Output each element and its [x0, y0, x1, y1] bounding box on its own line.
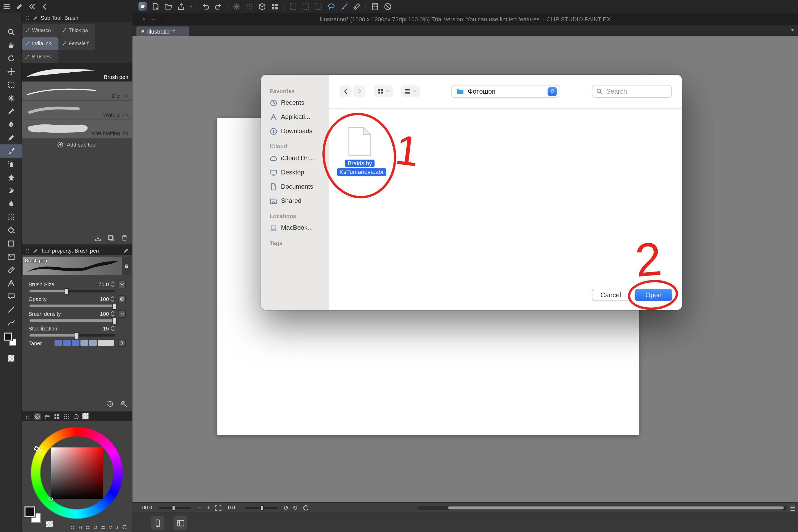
- new-file-button[interactable]: [149, 1, 162, 12]
- tool-eyedropper-button[interactable]: [0, 105, 22, 118]
- document-tab[interactable]: Illustration*: [137, 26, 189, 36]
- grid-settings-icon[interactable]: [268, 1, 281, 12]
- open-file-button[interactable]: [162, 1, 175, 12]
- folder-dropdown[interactable]: Фотошоп: [451, 85, 559, 98]
- collapse-double-chevron-icon[interactable]: [25, 1, 38, 12]
- color-checker-tab-icon[interactable]: [83, 413, 89, 419]
- sv-marker[interactable]: [49, 497, 53, 501]
- taper-segment[interactable]: [80, 340, 88, 346]
- tool-eraser-button[interactable]: [0, 184, 22, 197]
- icon-view-button[interactable]: [374, 86, 393, 97]
- delete-subtool-icon[interactable]: [121, 234, 128, 242]
- brush-size-options-button[interactable]: [118, 281, 126, 288]
- reset-view-icon[interactable]: [302, 505, 309, 512]
- channel-icon[interactable]: [101, 525, 105, 529]
- taper-segment[interactable]: [89, 340, 97, 346]
- search-input[interactable]: [605, 87, 668, 95]
- zoom-out-button[interactable]: −: [195, 504, 204, 512]
- tool-line-button[interactable]: [0, 303, 22, 316]
- rotate-ccw-button[interactable]: ↺: [282, 504, 290, 512]
- channel-icon[interactable]: [71, 525, 75, 529]
- sidebar-item-applications[interactable]: Applicati...: [261, 110, 329, 124]
- tool-frame-border-button[interactable]: [0, 250, 22, 263]
- back-button[interactable]: [340, 86, 351, 97]
- sidebar-item-desktop[interactable]: Desktop: [261, 165, 329, 179]
- screen-tone-icon[interactable]: [243, 1, 255, 12]
- add-subtool-button[interactable]: Add sub tool: [22, 138, 132, 151]
- tool-tone-button[interactable]: [0, 210, 22, 224]
- tool-rotate-canvas-button[interactable]: [0, 52, 22, 65]
- subtool-tab-thick-paint[interactable]: Thick pa: [59, 24, 95, 37]
- companion-mode-button[interactable]: [151, 516, 164, 530]
- subtool-panel-header[interactable]: Sub Tool: Brush: [22, 13, 132, 22]
- horizontal-scrollbar-thumb[interactable]: [448, 507, 784, 510]
- sidebar-item-shared[interactable]: Shared: [261, 194, 329, 208]
- zoom-in-button[interactable]: +: [205, 504, 213, 512]
- help-icon[interactable]: [381, 1, 394, 12]
- spinner-icon[interactable]: [110, 310, 115, 317]
- export-button[interactable]: [175, 1, 187, 12]
- close-window-icon[interactable]: ×: [139, 16, 148, 22]
- import-subtool-icon[interactable]: [94, 234, 102, 242]
- refresh-color-icon[interactable]: [122, 524, 128, 530]
- clip-studio-logo[interactable]: [137, 1, 149, 12]
- detail-settings-icon[interactable]: [120, 400, 128, 408]
- edit-tool-settings-icon[interactable]: [123, 248, 129, 254]
- taper-segment[interactable]: [63, 340, 71, 346]
- sidebar-item-recents[interactable]: Recents: [261, 95, 329, 110]
- taper-segment[interactable]: [72, 340, 79, 346]
- tool-pencil-button[interactable]: [0, 131, 22, 145]
- rotate-cw-button[interactable]: ↻: [291, 504, 299, 512]
- cancel-button[interactable]: Cancel: [592, 289, 630, 301]
- spinner-icon[interactable]: [110, 281, 115, 288]
- tool-decoration-button[interactable]: [0, 171, 22, 184]
- snap-ruler-icon[interactable]: [350, 1, 363, 12]
- tool-figure-button[interactable]: [0, 237, 22, 250]
- subtool-tab-india-ink[interactable]: India ink: [22, 37, 58, 50]
- lock-icon[interactable]: [122, 257, 131, 275]
- redo-button[interactable]: [212, 1, 224, 12]
- tool-ruler-button[interactable]: [0, 263, 22, 277]
- spinner-icon[interactable]: [110, 325, 115, 332]
- duplicate-subtool-icon[interactable]: [107, 234, 115, 242]
- sidebar-item-documents[interactable]: Documents: [261, 179, 329, 194]
- undo-button[interactable]: [199, 1, 212, 12]
- tool-property-header[interactable]: Tool property: Brush pen: [22, 246, 132, 255]
- brush-density-slider[interactable]: [30, 319, 115, 322]
- brush-item[interactable]: Dry ink: [22, 82, 132, 100]
- foreground-color-swatch[interactable]: [24, 507, 35, 517]
- taper-segment[interactable]: [98, 340, 114, 346]
- brush-item[interactable]: Wet blotting ink: [22, 119, 132, 138]
- tool-airbrush-button[interactable]: [0, 158, 22, 171]
- rotation-slider[interactable]: [245, 507, 278, 509]
- tool-hand-button[interactable]: [0, 39, 22, 52]
- transparent-color-swatch[interactable]: [7, 355, 15, 361]
- tool-pen-button[interactable]: [0, 118, 22, 131]
- minimize-window-icon[interactable]: –: [148, 16, 158, 22]
- spinner-icon[interactable]: [110, 296, 115, 303]
- subtool-tab-female[interactable]: Female f: [59, 37, 95, 50]
- scrollbar-options-icon[interactable]: [789, 505, 796, 512]
- register-settings-icon[interactable]: [106, 400, 114, 408]
- subtool-tab-watercolor[interactable]: Waterco: [22, 24, 58, 37]
- selection-pen-icon[interactable]: [338, 1, 350, 12]
- brush-size-slider[interactable]: [30, 290, 115, 292]
- tool-selection-button[interactable]: [0, 78, 22, 92]
- channel-icon[interactable]: [86, 525, 90, 529]
- export-chevron-icon[interactable]: [187, 1, 193, 12]
- maximize-window-icon[interactable]: □: [158, 16, 167, 22]
- invert-selection-icon[interactable]: [312, 1, 325, 12]
- color-slider-tab-icon[interactable]: [44, 413, 50, 420]
- zoom-slider[interactable]: [159, 507, 192, 509]
- horizontal-scrollbar[interactable]: [417, 506, 787, 510]
- selection-launcher-icon[interactable]: [325, 1, 338, 12]
- taper-segment[interactable]: [55, 340, 62, 346]
- sidebar-item-macbook[interactable]: MacBook...: [261, 221, 329, 235]
- rotation-slider-thumb[interactable]: [260, 506, 264, 510]
- sv-square[interactable]: [51, 448, 103, 499]
- opacity-options-button[interactable]: [118, 295, 126, 303]
- tool-fill-button[interactable]: [0, 224, 22, 237]
- main-color-swatches[interactable]: [0, 331, 22, 350]
- fit-to-screen-icon[interactable]: [215, 505, 222, 512]
- brush-item[interactable]: Watery ink: [22, 101, 132, 119]
